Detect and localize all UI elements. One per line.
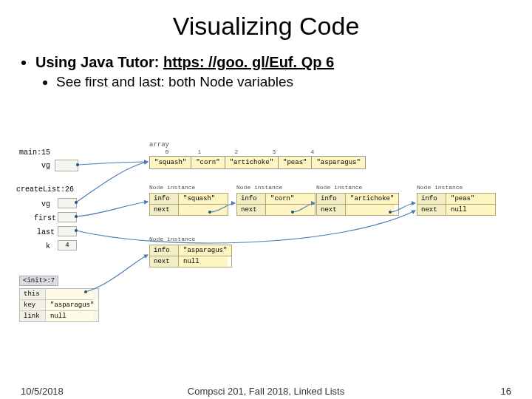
node-caption: Node instance bbox=[236, 184, 282, 191]
vg-label-main: vg bbox=[41, 162, 50, 170]
array-indices: 0 1 2 3 4 bbox=[149, 149, 335, 155]
last-box bbox=[58, 226, 77, 236]
node-caption: Node instance bbox=[316, 184, 362, 191]
node-1: info"corn" next bbox=[236, 193, 316, 216]
node-field: info bbox=[150, 194, 179, 205]
node-caption: Node instance bbox=[149, 184, 195, 191]
bullet-2: See first and last: both Node variables bbox=[56, 74, 511, 90]
key-val: "asparagus" bbox=[46, 300, 98, 311]
array-cell: "asparagus" bbox=[312, 157, 364, 168]
node-next bbox=[346, 205, 395, 215]
this-val bbox=[46, 289, 93, 300]
footer-center: Compsci 201, Fall 2018, Linked Lists bbox=[0, 386, 532, 397]
vg-box bbox=[58, 198, 77, 208]
bullet-1: Using Java Tutor: https: //goo. gl/Euf. … bbox=[35, 54, 511, 90]
node-field: next bbox=[150, 256, 179, 267]
idx-2: 2 bbox=[214, 149, 259, 155]
vg-box-main bbox=[55, 160, 78, 171]
this-key: this bbox=[20, 289, 46, 300]
bullet1-label: Using Java Tutor: bbox=[35, 54, 163, 70]
idx-0: 0 bbox=[149, 149, 185, 155]
array-label: array bbox=[149, 141, 169, 149]
slide-title: Visualizing Code bbox=[0, 12, 532, 41]
idx-1: 1 bbox=[185, 149, 214, 155]
node-field: info bbox=[417, 194, 446, 205]
java-tutor-link[interactable]: https: //goo. gl/Euf. Qp 6 bbox=[163, 54, 334, 70]
node-field: next bbox=[317, 205, 346, 215]
k-label: k bbox=[46, 242, 50, 250]
link-key: link bbox=[20, 311, 46, 321]
node-next bbox=[179, 205, 228, 215]
array-table: "squash" "corn" "artichoke" "peas" "aspa… bbox=[149, 156, 366, 169]
node-0: info"squash" next bbox=[149, 193, 228, 216]
node-info: "squash" bbox=[179, 194, 228, 205]
node-field: next bbox=[417, 205, 446, 215]
createlist-frame-label: createList:26 bbox=[16, 185, 74, 194]
footer-page: 16 bbox=[501, 386, 511, 397]
link-val: null bbox=[46, 311, 93, 321]
node-field: next bbox=[237, 205, 266, 215]
key-key: key bbox=[20, 300, 46, 311]
init-frame: this key"asparagus" linknull bbox=[19, 288, 99, 322]
bullet-list: Using Java Tutor: https: //goo. gl/Euf. … bbox=[21, 54, 511, 90]
node-next: null bbox=[179, 256, 228, 267]
node-field: info bbox=[150, 245, 179, 256]
first-box bbox=[58, 212, 77, 222]
node-3: info"peas" nextnull bbox=[417, 193, 496, 216]
first-label: first bbox=[34, 214, 56, 222]
node-field: info bbox=[317, 194, 346, 205]
array-cell: "corn" bbox=[191, 157, 225, 168]
node-info: "artichoke" bbox=[346, 194, 398, 205]
init-frame-label: <init>:7 bbox=[19, 276, 58, 286]
array-cell: "artichoke" bbox=[225, 157, 279, 168]
idx-3: 3 bbox=[259, 149, 290, 155]
last-label: last bbox=[37, 228, 55, 236]
node-info: "peas" bbox=[446, 194, 495, 205]
node-caption: Node instance bbox=[417, 184, 463, 191]
code-diagram: main:15 vg createList:26 vg first last k… bbox=[15, 144, 517, 336]
idx-4: 4 bbox=[290, 149, 335, 155]
node-next bbox=[266, 205, 315, 215]
node-2: info"artichoke" next bbox=[316, 193, 399, 216]
array-cell: "peas" bbox=[279, 157, 312, 168]
k-box: 4 bbox=[58, 240, 77, 250]
node-field: next bbox=[150, 205, 179, 215]
vg-label: vg bbox=[41, 200, 50, 208]
array-cell: "squash" bbox=[150, 157, 191, 168]
node-field: info bbox=[237, 194, 266, 205]
node-bottom: info"asparagus" nextnull bbox=[149, 245, 232, 267]
node-info: "corn" bbox=[266, 194, 315, 205]
main-frame-label: main:15 bbox=[19, 149, 50, 157]
node-caption: Node instance bbox=[149, 236, 195, 242]
node-next: null bbox=[446, 205, 495, 215]
node-info: "asparagus" bbox=[179, 245, 231, 256]
